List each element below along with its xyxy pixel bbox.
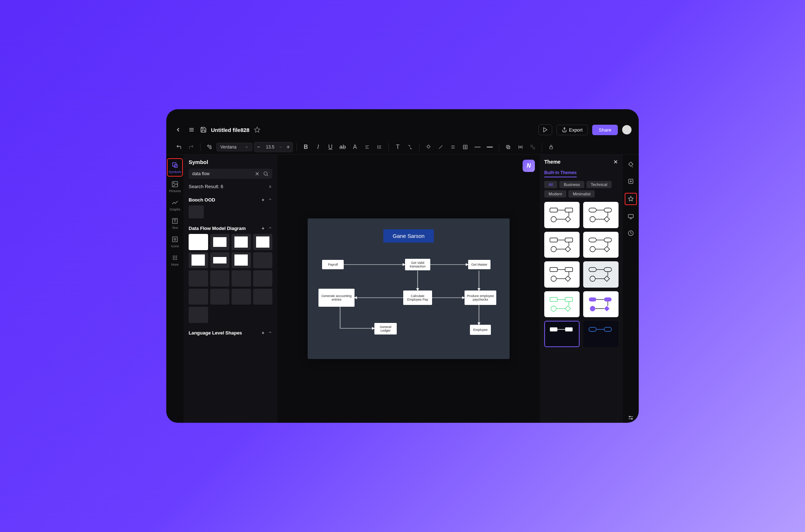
ai-assistant-button[interactable]: N [523, 160, 535, 172]
shape-item[interactable] [189, 252, 208, 269]
shape-item[interactable] [232, 234, 251, 250]
stroke-button[interactable] [435, 142, 446, 152]
theme-option[interactable] [583, 261, 619, 288]
shape-item[interactable] [210, 234, 230, 250]
rail-icons[interactable]: Icons [167, 233, 183, 250]
fill-button[interactable] [423, 142, 434, 152]
filter-modern[interactable]: Modern [544, 190, 566, 198]
theme-option[interactable] [583, 321, 619, 347]
favorite-button[interactable] [254, 127, 260, 133]
bold-button[interactable]: B [300, 142, 311, 152]
format-painter-button[interactable] [204, 142, 215, 152]
distribute-button[interactable] [515, 142, 526, 152]
back-button[interactable] [173, 125, 183, 134]
shape-item[interactable] [232, 270, 251, 287]
presentation-button[interactable] [626, 212, 636, 222]
theme-option[interactable] [544, 232, 580, 258]
node-payroll[interactable]: Payroll [322, 260, 344, 269]
add-icon[interactable]: + [261, 226, 264, 231]
text-tool-button[interactable]: T [392, 142, 403, 152]
node-employee[interactable]: Employee [470, 325, 491, 335]
filter-all[interactable]: All [544, 181, 557, 188]
filter-technical[interactable]: Technical [586, 181, 612, 188]
node-get-master[interactable]: Get Master [468, 260, 491, 269]
rail-text[interactable]: Text [167, 215, 183, 232]
chevron-up-icon[interactable] [268, 330, 272, 336]
play-button[interactable] [538, 124, 552, 135]
canvas[interactable]: N Gane Sarson Payroll Get [277, 155, 540, 423]
rail-symbols[interactable]: Symbols [167, 158, 183, 177]
shape-item[interactable] [189, 289, 208, 305]
shape-item[interactable] [189, 307, 208, 323]
align-button[interactable] [362, 142, 373, 152]
add-icon[interactable]: + [261, 330, 264, 336]
node-get-valid[interactable]: Get Valid transaction [405, 259, 430, 270]
font-size-value[interactable]: 13.5 [263, 145, 277, 150]
list-button[interactable] [448, 142, 458, 152]
shape-item[interactable] [253, 252, 273, 269]
symbol-search[interactable] [189, 169, 272, 179]
connector-button[interactable] [405, 142, 415, 152]
tab-builtin-themes[interactable]: Built-in Themes [544, 170, 577, 177]
shape-item[interactable] [189, 234, 208, 250]
layers-button[interactable] [503, 142, 514, 152]
theme-option[interactable] [544, 291, 580, 318]
rail-pictures[interactable]: Pictures [167, 178, 183, 195]
node-generate[interactable]: Generate accounting entries [318, 289, 355, 307]
rail-more[interactable]: More [167, 252, 183, 269]
shape-item[interactable] [189, 270, 208, 287]
user-avatar[interactable] [622, 125, 632, 134]
fill-tool-button[interactable] [626, 160, 636, 170]
theme-option[interactable] [583, 202, 619, 228]
save-icon[interactable] [200, 127, 207, 133]
menu-button[interactable] [187, 127, 196, 133]
node-calculate[interactable]: Calculate Employee Pay [403, 291, 432, 305]
line-spacing-button[interactable] [374, 142, 385, 152]
theme-button[interactable] [625, 193, 637, 205]
export-button[interactable]: Export [557, 125, 588, 135]
collapse-all-icon[interactable] [268, 185, 272, 189]
underline-button[interactable]: U [325, 142, 336, 152]
undo-button[interactable] [173, 142, 184, 152]
share-button[interactable]: Share [592, 125, 618, 135]
redo-button[interactable] [186, 142, 197, 152]
shape-item[interactable] [232, 252, 251, 269]
filter-minimalist[interactable]: Minimalist [568, 190, 595, 198]
shape-item[interactable] [210, 270, 230, 287]
search-input[interactable] [192, 171, 251, 176]
text-color-button[interactable]: A [349, 142, 360, 152]
group-booch[interactable]: Booch OOD + [189, 197, 272, 203]
shape-item[interactable] [253, 270, 273, 287]
node-ledger[interactable]: General Ledger [374, 323, 397, 334]
shape-item[interactable] [253, 234, 273, 250]
theme-option[interactable] [583, 232, 619, 258]
history-button[interactable] [626, 228, 636, 238]
chevron-up-icon[interactable] [268, 226, 272, 231]
node-produce[interactable]: Produce employee paychecks [465, 291, 496, 305]
font-size-decrease[interactable]: − [254, 142, 263, 152]
file-title[interactable]: Untitled file828 [211, 127, 250, 133]
line-style-button[interactable] [472, 142, 483, 152]
search-icon[interactable] [263, 171, 269, 177]
table-button[interactable] [460, 142, 471, 152]
line-weight-button[interactable] [484, 142, 495, 152]
shape-item[interactable] [253, 289, 273, 305]
group-data-flow[interactable]: Data Flow Model Diagram + [189, 226, 272, 231]
theme-option[interactable] [544, 321, 580, 347]
strikethrough-button[interactable]: ab [337, 142, 348, 152]
lock-button[interactable] [546, 142, 557, 152]
filter-business[interactable]: Business [559, 181, 584, 188]
shape-item[interactable] [232, 289, 251, 305]
shape-item[interactable] [210, 252, 230, 269]
chevron-up-icon[interactable] [268, 197, 272, 203]
shape-item[interactable] [210, 289, 230, 305]
theme-option[interactable] [544, 261, 580, 288]
import-button[interactable] [626, 176, 636, 186]
diagram-title[interactable]: Gane Sarson [383, 229, 434, 243]
group-button[interactable] [527, 142, 538, 152]
add-icon[interactable]: + [261, 197, 264, 203]
italic-button[interactable]: I [313, 142, 324, 152]
diagram-page[interactable]: Gane Sarson Payroll Get Valid transactio [308, 218, 510, 359]
theme-option[interactable] [544, 202, 580, 228]
rail-graphs[interactable]: Graphs [167, 196, 183, 213]
